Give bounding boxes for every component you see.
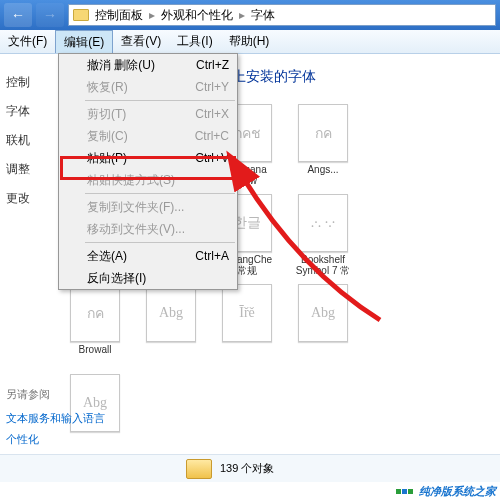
status-bar: 139 个对象 — [0, 454, 500, 482]
font-preview: Abg — [146, 284, 196, 342]
nav-forward-button[interactable]: → — [36, 3, 64, 27]
back-icon: ← — [11, 7, 25, 23]
font-preview: Abg — [298, 284, 348, 342]
edit-dropdown: 撤消 删除(U)Ctrl+Z 恢复(R)Ctrl+Y 剪切(T)Ctrl+X 复… — [58, 53, 238, 290]
menu-separator — [85, 100, 235, 101]
font-label: Angs... — [307, 164, 338, 186]
address-bar[interactable]: 控制面板 ▸ 外观和个性化 ▸ 字体 — [68, 4, 496, 26]
font-item[interactable]: Īřě — [216, 284, 278, 366]
see-also-header: 另请参阅 — [6, 381, 105, 408]
font-item[interactable]: .·. ·.·Bookshelf Symbol 7 常规 — [292, 194, 354, 276]
menu-help[interactable]: 帮助(H) — [221, 30, 278, 53]
watermark-logo-icon — [396, 489, 413, 494]
sidebar-link[interactable]: 字体 — [6, 97, 54, 126]
status-count: 139 个对象 — [220, 461, 274, 476]
watermark: 纯净版系统之家 — [300, 482, 500, 500]
menu-view[interactable]: 查看(V) — [113, 30, 169, 53]
watermark-text: 纯净版系统之家 — [419, 484, 496, 499]
menu-select-all[interactable]: 全选(A)Ctrl+A — [59, 245, 237, 267]
menu-separator — [85, 193, 235, 194]
menu-paste[interactable]: 粘贴(P)Ctrl+V — [59, 147, 237, 169]
menu-move-to: 移动到文件夹(V)... — [59, 218, 237, 240]
link-personalization[interactable]: 个性化 — [6, 429, 105, 450]
font-preview: กค — [70, 284, 120, 342]
menu-tools[interactable]: 工具(I) — [169, 30, 220, 53]
sidebar-link[interactable]: 联机 — [6, 126, 54, 155]
font-label: Browall — [79, 344, 112, 366]
font-label: Bookshelf Symbol 7 常规 — [292, 254, 354, 276]
folder-icon — [73, 9, 89, 21]
nav-back-button[interactable]: ← — [4, 3, 32, 27]
see-also: 另请参阅 文本服务和输入语言 个性化 — [6, 381, 105, 450]
font-item[interactable]: กคBrowall — [64, 284, 126, 366]
font-preview: Īřě — [222, 284, 272, 342]
chevron-icon: ▸ — [239, 8, 245, 22]
folder-icon — [186, 459, 212, 479]
sidebar-link[interactable]: 控制 — [6, 68, 54, 97]
font-item[interactable]: Abg — [292, 284, 354, 366]
menu-invert-selection[interactable]: 反向选择(I) — [59, 267, 237, 289]
sidebar-link[interactable]: 调整 — [6, 155, 54, 184]
menu-cut: 剪切(T)Ctrl+X — [59, 103, 237, 125]
chevron-icon: ▸ — [149, 8, 155, 22]
forward-icon: → — [43, 7, 57, 23]
crumb-appearance[interactable]: 外观和个性化 — [161, 7, 233, 24]
link-text-services[interactable]: 文本服务和输入语言 — [6, 408, 105, 429]
sidebar-link[interactable]: 更改 — [6, 184, 54, 213]
font-preview: กค — [298, 104, 348, 162]
menu-file[interactable]: 文件(F) — [0, 30, 55, 53]
window-titlebar: ← → 控制面板 ▸ 外观和个性化 ▸ 字体 — [0, 0, 500, 30]
font-item[interactable]: กคAngs... — [292, 104, 354, 186]
menu-edit[interactable]: 编辑(E) — [55, 30, 113, 53]
menu-undo[interactable]: 撤消 删除(U)Ctrl+Z — [59, 54, 237, 76]
menu-bar: 文件(F) 编辑(E) 查看(V) 工具(I) 帮助(H) — [0, 30, 500, 54]
crumb-fonts[interactable]: 字体 — [251, 7, 275, 24]
menu-separator — [85, 242, 235, 243]
crumb-control-panel[interactable]: 控制面板 — [95, 7, 143, 24]
menu-redo: 恢复(R)Ctrl+Y — [59, 76, 237, 98]
font-preview: .·. ·.· — [298, 194, 348, 252]
menu-paste-shortcut: 粘贴快捷方式(S) — [59, 169, 237, 191]
font-item[interactable]: Abg — [140, 284, 202, 366]
menu-copy: 复制(C)Ctrl+C — [59, 125, 237, 147]
menu-copy-to: 复制到文件夹(F)... — [59, 196, 237, 218]
